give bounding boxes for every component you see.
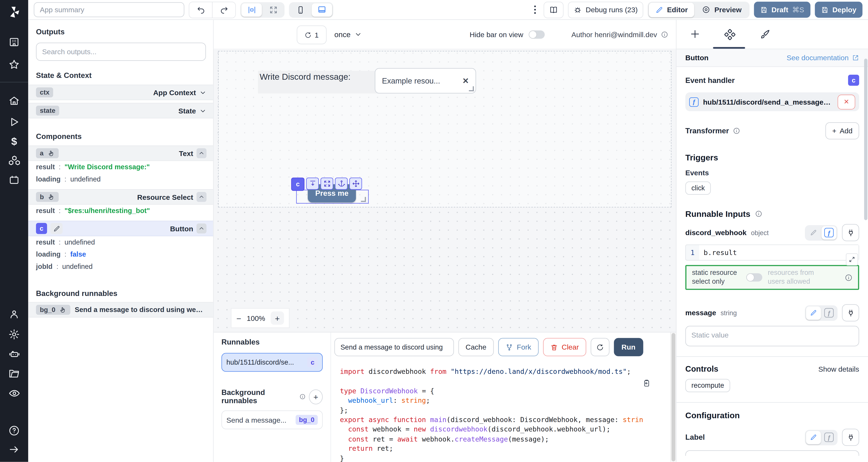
resource-select-component[interactable]: Example resou... ✕ xyxy=(375,68,476,94)
frequency-dropdown[interactable]: once xyxy=(334,26,362,43)
output-row-ctx[interactable]: ctx App Context xyxy=(28,85,213,100)
resize-handle[interactable] xyxy=(361,197,366,202)
background-runnable-item[interactable]: Send a message... bg_0 xyxy=(221,410,323,429)
component-row-a[interactable]: a Text xyxy=(28,145,213,161)
zoom-in-button[interactable]: + xyxy=(271,311,284,325)
fork-button[interactable]: Fork xyxy=(498,338,538,356)
connect-plug-icon[interactable] xyxy=(842,224,859,241)
move-button[interactable] xyxy=(349,177,362,190)
chevron-up-icon[interactable] xyxy=(196,192,207,202)
tab-editor[interactable]: Editor xyxy=(649,2,694,17)
workspace-icon[interactable] xyxy=(8,37,20,48)
component-row-c-selected[interactable]: c Button xyxy=(28,221,213,236)
anchor-button[interactable] xyxy=(335,177,348,190)
info-icon[interactable] xyxy=(755,210,762,218)
runnable-item-selected[interactable]: hub/1511/discord/se... c xyxy=(221,353,323,372)
code-scrollbar[interactable] xyxy=(670,332,676,462)
cache-button[interactable]: Cache xyxy=(458,338,494,356)
refresh-script-button[interactable] xyxy=(591,338,610,356)
event-click-chip[interactable]: click xyxy=(685,182,711,195)
variables-dollar-icon[interactable]: $ xyxy=(11,136,17,146)
search-outputs-input[interactable] xyxy=(36,42,206,61)
output-value[interactable]: "$res:u/henri/testing_bot" xyxy=(64,207,150,214)
static-pencil-icon[interactable] xyxy=(806,306,821,320)
output-row-state[interactable]: state State xyxy=(28,103,213,118)
debug-runs-button[interactable]: Debug runs (23) xyxy=(568,1,643,18)
more-options-kebab-icon[interactable] xyxy=(531,6,539,14)
chevron-down-icon[interactable] xyxy=(199,89,207,96)
info-icon[interactable] xyxy=(661,31,668,38)
collapse-arrow-icon[interactable] xyxy=(8,444,20,455)
copy-code-icon[interactable] xyxy=(642,379,650,387)
hide-bar-toggle[interactable] xyxy=(529,30,545,38)
info-icon[interactable] xyxy=(733,127,740,134)
remove-handler-button[interactable]: ✕ xyxy=(837,94,855,109)
mobile-view-button[interactable] xyxy=(290,3,311,16)
output-value[interactable]: undefined xyxy=(70,175,101,183)
output-value[interactable]: false xyxy=(70,251,86,258)
chevron-up-icon[interactable] xyxy=(196,224,207,233)
code-lines[interactable]: import discordwebhook from "https://deno… xyxy=(334,367,666,462)
app-summary-input[interactable] xyxy=(34,2,184,17)
script-name-input[interactable] xyxy=(334,338,454,356)
resize-handle[interactable] xyxy=(469,86,474,91)
edit-pencil-icon[interactable] xyxy=(51,223,63,234)
fullscreen-button[interactable] xyxy=(263,3,283,16)
resources-from-users-toggle[interactable] xyxy=(746,273,762,282)
connect-plug-icon[interactable] xyxy=(842,304,859,322)
connect-plug-icon[interactable] xyxy=(842,429,859,446)
undo-button[interactable] xyxy=(189,2,212,18)
recompute-chip[interactable]: recompute xyxy=(685,379,730,392)
expression-value[interactable]: b.result xyxy=(699,245,859,260)
output-value[interactable]: "Write Discord message:" xyxy=(64,163,150,171)
eval-function-icon[interactable]: ƒ xyxy=(822,431,836,444)
expression-editor[interactable]: 1 b.result xyxy=(685,244,859,261)
eval-function-icon[interactable]: ƒ xyxy=(822,306,836,320)
tab-preview[interactable]: Preview xyxy=(695,2,748,17)
background-runnable-row[interactable]: bg_0 Send a message to discord using web… xyxy=(28,302,213,318)
user-icon[interactable] xyxy=(8,308,20,320)
tab-insert-plus-icon[interactable] xyxy=(690,29,700,39)
align-center-button[interactable] xyxy=(241,3,262,16)
tab-styling-brush-icon[interactable] xyxy=(760,29,771,40)
clear-select-icon[interactable]: ✕ xyxy=(462,76,469,85)
info-icon[interactable] xyxy=(300,393,306,400)
home-icon[interactable] xyxy=(8,95,20,107)
settings-gear-icon[interactable] xyxy=(8,329,20,340)
run-button[interactable]: Run xyxy=(614,338,643,356)
deploy-button[interactable]: Deploy xyxy=(815,2,863,18)
panel-scrollbar[interactable] xyxy=(864,59,868,220)
folders-icon[interactable] xyxy=(8,368,20,380)
draft-save-button[interactable]: Draft ⌘S xyxy=(754,2,810,18)
windmill-logo-icon[interactable] xyxy=(7,5,21,22)
favorites-star-icon[interactable] xyxy=(8,59,20,70)
runs-play-icon[interactable] xyxy=(8,116,20,128)
chevron-down-icon[interactable] xyxy=(199,107,207,114)
add-transformer-button[interactable]: +Add xyxy=(826,122,859,139)
audit-eye-icon[interactable] xyxy=(8,387,20,400)
event-handler-chip[interactable]: ƒ hub/1511/discord/send_a_message_... ✕ xyxy=(685,92,859,111)
expand-button[interactable] xyxy=(320,177,333,190)
chevron-up-icon[interactable] xyxy=(196,148,207,158)
component-row-b[interactable]: b Resource Select xyxy=(28,189,213,205)
output-value[interactable]: undefined xyxy=(64,238,95,246)
workers-robot-icon[interactable] xyxy=(8,348,20,360)
message-static-input[interactable] xyxy=(685,326,859,346)
help-icon[interactable] xyxy=(8,425,20,436)
label-static-input[interactable]: Press me xyxy=(685,450,859,456)
eval-function-icon[interactable]: ƒ xyxy=(822,226,836,239)
redo-button[interactable] xyxy=(212,2,235,18)
desktop-view-button[interactable] xyxy=(312,3,332,16)
tab-component-settings-icon[interactable] xyxy=(724,29,736,40)
output-value[interactable]: undefined xyxy=(62,263,93,271)
add-background-runnable-button[interactable]: + xyxy=(309,389,323,404)
show-details-link[interactable]: Show details xyxy=(818,365,859,373)
insert-below-button[interactable] xyxy=(306,177,319,190)
see-documentation-link[interactable]: See documentation xyxy=(786,54,859,62)
info-icon[interactable] xyxy=(845,274,852,282)
static-pencil-icon[interactable] xyxy=(806,431,821,444)
text-component[interactable]: Write Discord message: xyxy=(258,71,395,94)
clear-button[interactable]: Clear xyxy=(543,338,586,356)
docs-book-button[interactable] xyxy=(544,1,563,18)
expand-editor-icon[interactable] xyxy=(846,253,858,266)
